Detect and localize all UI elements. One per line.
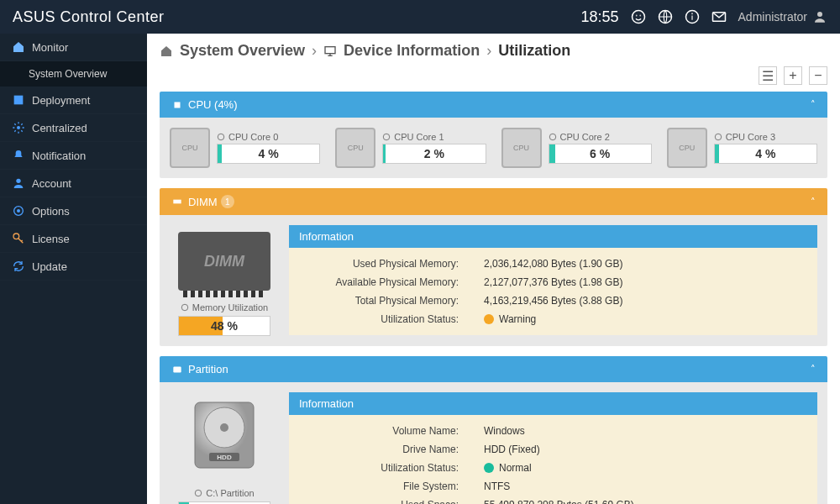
- sidebar-label: Centralized: [32, 122, 87, 134]
- partition-label: C:\ Partition: [194, 488, 254, 498]
- dimm-info-header: Information: [289, 225, 817, 248]
- svg-point-14: [13, 234, 19, 239]
- crumb-device-info[interactable]: Device Information: [344, 42, 480, 60]
- chevron-right-icon: ›: [486, 42, 491, 60]
- dimm-device-col: DIMM Memory Utilization 48 %: [170, 225, 279, 336]
- sidebar-item-notification[interactable]: Notification: [0, 142, 147, 170]
- cpu-title: CPU (4%): [188, 98, 238, 111]
- sidebar-item-update[interactable]: Update: [0, 253, 147, 281]
- cpu-core-label: CPU Core 0: [217, 132, 320, 142]
- smile-icon[interactable]: [631, 9, 646, 24]
- list-view-button[interactable]: ☰: [759, 66, 777, 85]
- collapse-all-button[interactable]: −: [809, 66, 827, 85]
- svg-rect-16: [175, 102, 181, 108]
- info-icon[interactable]: [685, 9, 700, 24]
- partition-title: Partition: [188, 363, 228, 375]
- info-label: Used Space:: [299, 499, 459, 504]
- svg-rect-23: [173, 366, 181, 372]
- bell-icon: [12, 149, 25, 162]
- user-menu[interactable]: Administrator: [738, 9, 827, 24]
- gear-icon: [12, 121, 25, 134]
- svg-point-26: [220, 423, 228, 432]
- home-icon: [12, 40, 25, 54]
- cpu-core-1: CPU CPU Core 1 2 %: [335, 128, 486, 168]
- svg-rect-21: [173, 200, 181, 204]
- svg-point-1: [635, 15, 637, 17]
- sidebar-label: Monitor: [32, 41, 68, 54]
- dimm-chip-image: DIMM: [178, 232, 270, 291]
- info-label: Drive Name:: [299, 444, 459, 455]
- cpu-panel-header[interactable]: CPU (4%) ˄: [160, 92, 827, 118]
- clock: 18:55: [580, 8, 618, 26]
- sidebar-item-centralized[interactable]: Centralized: [0, 114, 147, 142]
- gear-icon: [181, 303, 189, 312]
- info-value: 4,163,219,456 Bytes (3.88 GB): [459, 295, 807, 307]
- refresh-icon: [12, 260, 25, 273]
- svg-text:HDD: HDD: [217, 454, 232, 461]
- cpu-core-3: CPU CPU Core 3 4 %: [667, 128, 817, 168]
- cpu-chip-icon: CPU: [170, 128, 210, 168]
- svg-point-20: [715, 134, 722, 140]
- cpu-core-pct: 6 %: [549, 147, 651, 160]
- info-value: Windows: [459, 425, 807, 437]
- info-value: Normal: [459, 462, 807, 474]
- cpu-core-pct: 2 %: [383, 147, 485, 160]
- svg-point-13: [17, 209, 20, 213]
- cpu-core-2: CPU CPU Core 2 6 %: [501, 128, 652, 168]
- cpu-core-0: CPU CPU Core 0 4 %: [170, 128, 320, 168]
- gear-icon: [549, 133, 557, 141]
- info-row: Volume Name:Windows: [299, 422, 807, 440]
- chevron-right-icon: ›: [312, 42, 317, 60]
- cpu-panel: CPU (4%) ˄ CPU CPU Core 0 4 % CPU CPU Co…: [160, 92, 827, 178]
- dimm-panel-header[interactable]: DIMM 1 ˄: [160, 188, 827, 215]
- info-row: Used Space:55,499,870,208 Bytes (51.69 G…: [299, 496, 807, 504]
- user-icon: [12, 176, 25, 190]
- cpu-core-bar: 2 %: [382, 144, 486, 164]
- globe-icon[interactable]: [658, 9, 673, 24]
- sidebar-item-system-overview[interactable]: System Overview: [0, 61, 147, 87]
- status-dot: [484, 463, 494, 473]
- info-row: Total Physical Memory:4,163,219,456 Byte…: [299, 291, 807, 310]
- gear-icon: [714, 133, 722, 141]
- partition-panel-header[interactable]: Partition ˄: [160, 356, 827, 382]
- home-icon[interactable]: [160, 45, 173, 58]
- cpu-chip-icon: CPU: [335, 128, 375, 168]
- sidebar-item-deployment[interactable]: Deployment: [0, 87, 147, 114]
- dimm-panel: DIMM 1 ˄ DIMM Memory Utilization 48 %: [160, 188, 827, 346]
- svg-point-8: [817, 12, 822, 17]
- panel-toolbar: ☰ + −: [160, 66, 827, 85]
- mail-icon[interactable]: [711, 9, 727, 24]
- disk-icon: [171, 364, 183, 375]
- sidebar-item-monitor[interactable]: Monitor: [0, 34, 147, 61]
- sidebar-item-account[interactable]: Account: [0, 170, 147, 197]
- svg-point-6: [691, 13, 693, 14]
- info-label: Available Physical Memory:: [299, 276, 459, 288]
- cpu-core-label: CPU Core 3: [714, 132, 817, 142]
- cpu-core-label: CPU Core 1: [382, 132, 486, 142]
- sidebar-item-options[interactable]: Options: [0, 197, 147, 225]
- crumb-utilization: Utilization: [498, 42, 570, 60]
- info-row: Drive Name:HDD (Fixed): [299, 440, 807, 459]
- breadcrumb: System Overview › Device Information › U…: [160, 42, 827, 60]
- cpu-core-bar: 6 %: [549, 144, 652, 164]
- memory-util-bar: 48 %: [178, 316, 270, 336]
- dimm-title: DIMM: [188, 196, 218, 208]
- svg-rect-5: [691, 16, 693, 20]
- sidebar-label: Notification: [32, 150, 86, 162]
- main-content: System Overview › Device Information › U…: [147, 34, 840, 504]
- memory-util-pct: 48 %: [179, 317, 270, 335]
- sidebar-label: Options: [32, 205, 70, 218]
- sidebar: Monitor System Overview Deployment Centr…: [0, 34, 147, 504]
- info-row: Available Physical Memory:2,127,077,376 …: [299, 273, 807, 291]
- memory-util-label: Memory Utilization: [181, 302, 268, 312]
- svg-point-18: [384, 134, 391, 140]
- crumb-system-overview[interactable]: System Overview: [180, 42, 305, 60]
- sidebar-item-license[interactable]: License: [0, 225, 147, 253]
- info-value: 2,127,077,376 Bytes (1.98 GB): [459, 276, 807, 288]
- info-row: Utilization Status:Warning: [299, 310, 807, 328]
- cpu-chip-icon: CPU: [501, 128, 542, 168]
- svg-point-11: [16, 179, 20, 183]
- user-icon: [812, 9, 827, 24]
- dimm-badge: 1: [221, 195, 234, 208]
- expand-all-button[interactable]: +: [784, 66, 802, 85]
